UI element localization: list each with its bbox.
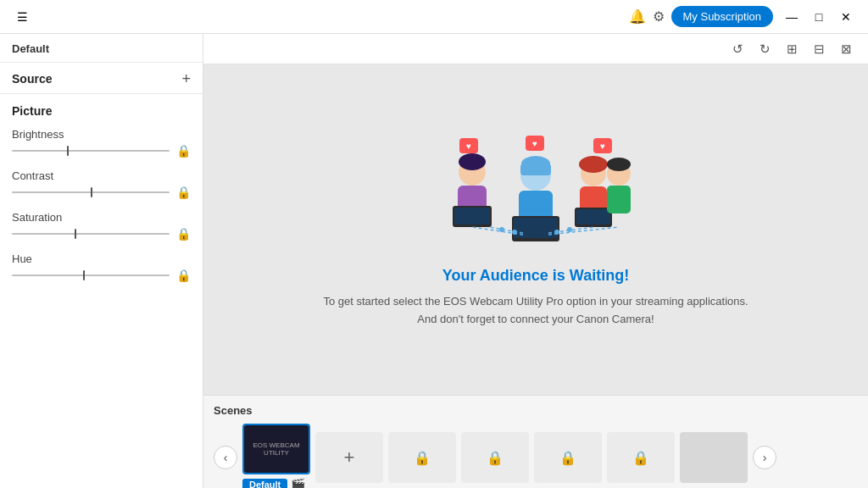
close-button[interactable]: ✕ — [834, 5, 858, 29]
scene-item-locked-2[interactable]: 🔒 — [461, 432, 529, 483]
contrast-row: 🔒 — [12, 186, 191, 199]
gear-icon[interactable]: ⚙ — [653, 8, 665, 25]
svg-point-7 — [459, 153, 486, 170]
scene-lock-icon-3: 🔒 — [559, 450, 576, 466]
scene-lock-icon-2: 🔒 — [487, 450, 504, 466]
picture-title: Picture — [12, 104, 191, 118]
bell-icon[interactable]: 🔔 — [629, 8, 646, 25]
toolbar: ↺ ↻ ⊞ ⊟ ⊠ — [203, 34, 868, 64]
scene-item-locked-1[interactable]: 🔒 — [388, 432, 456, 483]
brightness-row: 🔒 — [12, 144, 191, 158]
titlebar: ☰ 🔔 ⚙ My Subscription — □ ✕ — [0, 0, 868, 34]
toolbar-layout2-button[interactable]: ⊟ — [807, 37, 831, 61]
hue-slider-container — [12, 274, 170, 276]
menu-button[interactable]: ☰ — [10, 5, 34, 29]
toolbar-rotate-right-button[interactable]: ↻ — [753, 37, 776, 61]
window-controls: — □ ✕ — [780, 5, 858, 29]
scenes-prev-button[interactable]: ‹ — [214, 446, 237, 469]
picture-section: Picture Brightness 🔒 Contrast — [0, 94, 203, 304]
svg-rect-21 — [576, 209, 610, 225]
scenes-next-button[interactable]: › — [753, 446, 776, 469]
scene-lock-icon-1: 🔒 — [414, 450, 431, 466]
saturation-label: Saturation — [12, 211, 191, 224]
contrast-track — [12, 191, 170, 193]
scene-film-icon: 🎬 — [291, 478, 305, 488]
waiting-subtitle: To get started select the EOS Webcam Uti… — [323, 293, 748, 329]
saturation-thumb[interactable] — [75, 229, 76, 239]
scenes-title: Scenes — [214, 404, 858, 417]
scene-label-row: Default 🎬 — [242, 478, 305, 488]
svg-point-29 — [499, 227, 504, 232]
hue-lock-icon[interactable]: 🔒 — [176, 269, 191, 282]
sidebar: Default Source + Picture Brightness 🔒 — [0, 34, 203, 488]
svg-rect-24 — [607, 186, 631, 214]
scenes-bar: Scenes ‹ EOS WEBCAM UTILITY Default 🎬 — [203, 395, 868, 488]
svg-point-32 — [567, 227, 572, 232]
saturation-row: 🔒 — [12, 227, 191, 241]
hue-track — [12, 274, 170, 276]
saturation-slider-container — [12, 233, 170, 235]
scene-item-empty — [680, 432, 748, 483]
scene-add-icon: + — [344, 446, 355, 469]
brightness-group: Brightness 🔒 — [12, 128, 191, 158]
brightness-thumb[interactable] — [67, 146, 69, 156]
audience-illustration: ♥ ♥ ♥ — [409, 131, 663, 267]
svg-point-31 — [554, 230, 559, 235]
svg-rect-10 — [454, 208, 490, 225]
scene-item-default[interactable]: EOS WEBCAM UTILITY — [242, 424, 310, 474]
scene-item-locked-3[interactable]: 🔒 — [534, 432, 602, 483]
svg-point-18 — [579, 156, 608, 173]
scene-lock-icon-4: 🔒 — [632, 450, 649, 466]
contrast-label: Contrast — [12, 169, 191, 182]
hue-thumb[interactable] — [83, 270, 85, 280]
toolbar-rotate-left-button[interactable]: ↺ — [726, 37, 749, 61]
subscription-button[interactable]: My Subscription — [671, 6, 773, 27]
hue-group: Hue 🔒 — [12, 252, 191, 282]
contrast-slider-container — [12, 191, 170, 193]
maximize-button[interactable]: □ — [807, 5, 831, 29]
scene-item-locked-4[interactable]: 🔒 — [607, 432, 675, 483]
titlebar-left: ☰ — [10, 5, 34, 29]
main-layout: Default Source + Picture Brightness 🔒 — [0, 34, 868, 488]
scene-preview-default: EOS WEBCAM UTILITY — [244, 425, 309, 473]
svg-rect-13 — [520, 164, 551, 175]
svg-text:♥: ♥ — [600, 141, 605, 151]
waiting-title: Your Audience is Waiting! — [442, 267, 629, 285]
hue-label: Hue — [12, 252, 191, 265]
contrast-thumb[interactable] — [91, 187, 92, 197]
source-section-header: Source + — [0, 63, 203, 94]
main-canvas: ♥ ♥ ♥ — [203, 64, 868, 395]
titlebar-right: 🔔 ⚙ My Subscription — □ ✕ — [629, 5, 858, 29]
scene-active-label: Default — [242, 479, 287, 488]
brightness-label: Brightness — [12, 128, 191, 141]
toolbar-layout3-button[interactable]: ⊠ — [834, 37, 858, 61]
brightness-slider-container — [12, 150, 170, 152]
source-label: Source — [12, 72, 52, 86]
brightness-lock-icon[interactable]: 🔒 — [176, 144, 191, 158]
scenes-row: ‹ EOS WEBCAM UTILITY Default 🎬 + — [214, 424, 858, 488]
brightness-track — [12, 150, 170, 152]
svg-point-23 — [607, 158, 631, 171]
saturation-group: Saturation 🔒 — [12, 211, 191, 241]
contrast-group: Contrast 🔒 — [12, 169, 191, 199]
waiting-content: ♥ ♥ ♥ — [306, 114, 765, 346]
saturation-lock-icon[interactable]: 🔒 — [176, 227, 191, 241]
svg-point-30 — [512, 230, 517, 235]
hue-row: 🔒 — [12, 269, 191, 282]
svg-text:♥: ♥ — [466, 141, 471, 151]
content-area: ↺ ↻ ⊞ ⊟ ⊠ ♥ ♥ ♥ — [203, 34, 868, 488]
toolbar-layout1-button[interactable]: ⊞ — [780, 37, 804, 61]
sidebar-default-label: Default — [0, 34, 203, 63]
source-add-button[interactable]: + — [181, 71, 191, 86]
saturation-track — [12, 233, 170, 235]
contrast-lock-icon[interactable]: 🔒 — [176, 186, 191, 199]
minimize-button[interactable]: — — [780, 5, 804, 29]
scene-item-add[interactable]: + — [315, 432, 383, 483]
svg-text:♥: ♥ — [532, 139, 537, 148]
